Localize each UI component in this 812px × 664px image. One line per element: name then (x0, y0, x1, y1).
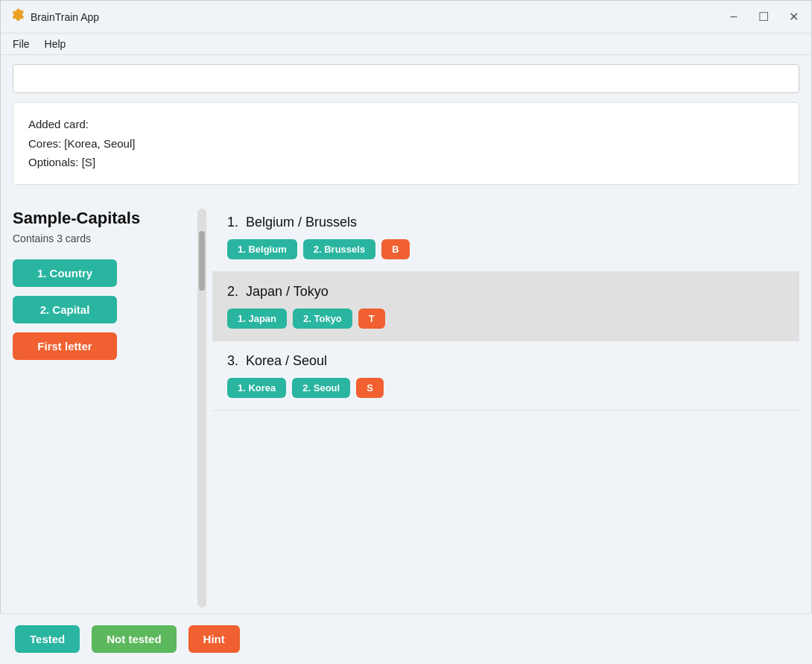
tag-2-1: 1. Japan (227, 309, 287, 329)
tag-2-3: T (358, 309, 385, 329)
field-button-country[interactable]: 1. Country (13, 259, 117, 287)
card-tags-3: 1. Korea 2. Seoul S (227, 378, 784, 398)
card-tags-1: 1. Belgium 2. Brussels B (227, 239, 784, 259)
menu-help[interactable]: Help (45, 38, 66, 50)
info-line2: Cores: [Korea, Seoul] (28, 134, 784, 154)
tag-2-2: 2. Tokyo (293, 309, 352, 329)
card-item-1[interactable]: 1. Belgium / Brussels 1. Belgium 2. Brus… (212, 203, 799, 272)
tag-1-3: B (381, 239, 409, 259)
card-number-1: 1. (227, 215, 238, 230)
tested-button[interactable]: Tested (15, 625, 80, 653)
search-area (1, 55, 811, 102)
tag-3-3: S (356, 378, 384, 398)
field-button-first-letter[interactable]: First letter (13, 332, 117, 360)
title-bar: BrainTrain App – ☐ ✕ (1, 1, 811, 34)
card-label-3: Korea / Seoul (246, 353, 327, 368)
search-input[interactable] (13, 64, 799, 93)
menu-file[interactable]: File (13, 38, 30, 50)
card-tags-2: 1. Japan 2. Tokyo T (227, 309, 784, 329)
card-number-3: 3. (227, 353, 238, 368)
deck-subtitle: Contains 3 cards (13, 233, 191, 244)
card-title-2: 2. Japan / Tokyo (227, 284, 784, 300)
card-item-2[interactable]: 2. Japan / Tokyo 1. Japan 2. Tokyo T (212, 272, 799, 341)
title-bar-left: BrainTrain App (10, 8, 99, 26)
menu-bar: File Help (1, 34, 811, 55)
card-item-3[interactable]: 3. Korea / Seoul 1. Korea 2. Seoul S (212, 341, 799, 411)
card-number-2: 2. (227, 284, 238, 299)
tag-1-2: 2. Brussels (303, 239, 375, 259)
info-line1: Added card: (28, 115, 784, 134)
card-label-1: Belgium / Brussels (246, 215, 357, 230)
app-title: BrainTrain App (31, 11, 99, 23)
scrollbar-divider (197, 209, 206, 607)
window-controls[interactable]: – ☐ ✕ (725, 10, 802, 24)
app-icon (10, 8, 25, 26)
scrollbar-thumb[interactable] (199, 231, 205, 291)
card-title-1: 1. Belgium / Brussels (227, 215, 784, 230)
info-box: Added card: Cores: [Korea, Seoul] Option… (13, 102, 799, 185)
card-title-3: 3. Korea / Seoul (227, 353, 784, 369)
main-content: Sample-Capitals Contains 3 cards 1. Coun… (1, 197, 811, 619)
deck-title: Sample-Capitals (13, 209, 191, 228)
minimize-button[interactable]: – (725, 10, 743, 24)
close-button[interactable]: ✕ (784, 10, 802, 24)
hint-button[interactable]: Hint (188, 625, 240, 653)
bottom-bar: Tested Not tested Hint (0, 613, 812, 664)
right-panel[interactable]: 1. Belgium / Brussels 1. Belgium 2. Brus… (212, 197, 799, 619)
tag-3-1: 1. Korea (227, 378, 286, 398)
tag-3-2: 2. Seoul (292, 378, 350, 398)
left-panel: Sample-Capitals Contains 3 cards 1. Coun… (13, 197, 191, 619)
field-button-capital[interactable]: 2. Capital (13, 296, 117, 323)
maximize-button[interactable]: ☐ (755, 10, 773, 24)
not-tested-button[interactable]: Not tested (92, 625, 176, 653)
info-line3: Optionals: [S] (28, 153, 784, 172)
tag-1-1: 1. Belgium (227, 239, 297, 259)
card-label-2: Japan / Tokyo (246, 284, 329, 299)
